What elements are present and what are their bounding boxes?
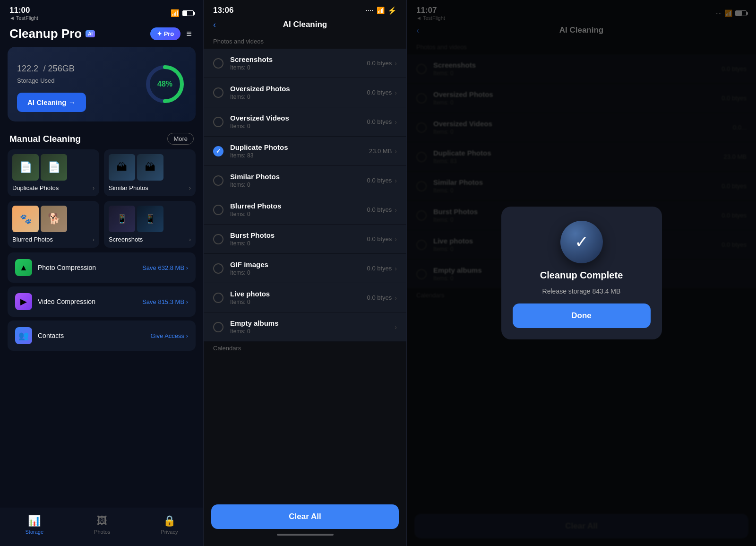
time-p2: 13:06 [213,6,233,15]
clear-all-button-p2[interactable]: Clear All [211,504,399,529]
similar-thumbs: 🏔 🏔 [109,154,191,181]
thumb-doc1: 📄 [12,154,39,181]
modal-title: Cleanup Complete [540,270,623,281]
radio-blurred-photos[interactable] [213,205,223,215]
oversized-photos-sub: Items: 0 [230,94,361,100]
storage-tab-label: Storage [26,529,44,535]
tab-photos[interactable]: 🖼 Photos [85,513,120,537]
grid-item-screenshots[interactable]: 📱 📱 Screenshots › [104,201,196,248]
back-button-p2[interactable]: ‹ [213,20,216,30]
charging-icon-p2: ⚡ [387,6,397,15]
chevron-oversized-photos: › [395,89,397,96]
ai-cleaning-list: Screenshots Items: 0 0.0 btyes › Oversiz… [204,49,406,342]
menu-button[interactable]: ≡ [184,26,194,41]
tab-privacy[interactable]: 🔒 Privacy [151,513,187,537]
chevron-right-icon3: › [93,236,94,243]
video-compression-label: Video Compression [38,298,137,305]
chevron-right-icon4: › [189,236,191,243]
list-item-duplicate-photos[interactable]: Duplicate Photos Items: 83 23.0 MB › [204,137,406,166]
screenshots-sub: Items: 0 [230,64,361,71]
chevron-empty-albums: › [395,323,397,331]
contacts-item[interactable]: 👥 Contacts Give Access › [8,321,196,351]
done-button[interactable]: Done [513,303,651,328]
storage-label: Storage Used [17,77,86,84]
compression-list: ▲ Photo Compression Save 632.8 MB › ▶ Vi… [0,252,203,355]
modal-success-icon: ✓ [560,221,603,263]
live-photos-sub: Items: 0 [230,299,361,305]
status-bar-p1: 11:00 ◄ TestFlight 📶 [0,0,203,23]
radio-empty-albums[interactable] [213,322,223,332]
radio-duplicate-photos[interactable] [213,146,223,156]
time-p1: 11:00 [9,6,38,15]
storage-info: 122.2 / 256GB Storage Used AI Cleaning → [17,56,86,112]
modal-overlay: ✓ Cleanup Complete Release storage 843.4… [407,0,756,546]
storage-donut: 48% [144,63,186,105]
privacy-tab-icon: 🔒 [163,515,176,527]
photo-compression-item[interactable]: ▲ Photo Compression Save 632.8 MB › [8,252,196,283]
video-compression-icon: ▶ [15,293,32,310]
grid-item-duplicate-photos[interactable]: 📄 📄 Duplicate Photos › [8,149,99,196]
similar-photos-label: Similar Photos › [109,184,191,191]
blurred-photos-content: Blurred Photos Items: 0 [230,202,361,217]
gif-images-right: 0.0 btyes › [367,265,397,272]
live-photos-content: Live photos Items: 0 [230,290,361,305]
ai-cleaning-button[interactable]: AI Cleaning → [17,93,86,112]
burst-photos-content: Burst Photos Items: 0 [230,231,361,247]
duplicate-photos-right: 23.0 MB › [369,147,397,155]
radio-live-photos[interactable] [213,293,223,303]
manual-cleaning-title: Manual Cleaning [9,134,81,144]
list-item-live-photos[interactable]: Live photos Items: 0 0.0 btyes › [204,283,406,312]
list-item-screenshots[interactable]: Screenshots Items: 0 0.0 btyes › [204,49,406,78]
similar-photos-sub: Items: 0 [230,182,361,188]
status-icons-p2: ···· 📶 ⚡ [365,6,397,15]
more-button[interactable]: More [167,133,194,145]
oversized-photos-name: Oversized Photos [230,85,361,93]
list-item-oversized-videos[interactable]: Oversized Videos Items: 0 0.0 btyes › [204,107,406,137]
grid-item-blurred-photos[interactable]: 🐾 🐕 Blurred Photos › [8,201,99,248]
live-photos-name: Live photos [230,290,361,298]
video-compression-save: Save 815.3 MB › [142,298,188,305]
oversized-videos-right: 0.0 btyes › [367,118,397,126]
blurred-photos-right: 0.0 btyes › [367,206,397,214]
list-item-oversized-photos[interactable]: Oversized Photos Items: 0 0.0 btyes › [204,78,406,107]
list-item-gif-images[interactable]: GIF images Items: 0 0.0 btyes › [204,254,406,283]
list-item-blurred-photos[interactable]: Blurred Photos Items: 0 0.0 btyes › [204,195,406,225]
radio-oversized-videos[interactable] [213,117,223,127]
blurred-photos-name: Blurred Photos [230,202,361,210]
list-item-burst-photos[interactable]: Burst Photos Items: 0 0.0 btyes › [204,225,406,254]
home-indicator-p2 [277,534,334,536]
grid-item-similar-photos[interactable]: 🏔 🏔 Similar Photos › [104,149,196,196]
list-item-empty-albums[interactable]: Empty albums Items: 0 › [204,312,406,342]
contacts-access: Give Access › [151,332,188,339]
oversized-photos-right: 0.0 btyes › [367,89,397,96]
empty-albums-name: Empty albums [230,319,388,327]
app-header: Cleanup Pro AI ✦ Pro ≡ [0,23,203,47]
p2-bottom: Clear All [204,497,406,546]
battery-fill-p1 [183,11,187,16]
chevron-blurred-photos: › [395,206,397,214]
flight-p1: ◄ TestFlight [9,15,38,21]
radio-burst-photos[interactable] [213,234,223,244]
list-item-similar-photos[interactable]: Similar Photos Items: 0 0.0 btyes › [204,166,406,195]
chevron-burst-photos: › [395,235,397,243]
radio-screenshots[interactable] [213,58,223,69]
app-title-group: Cleanup Pro AI [9,26,95,41]
chevron-screenshots: › [395,60,397,67]
status-icons-p1: 📶 [171,9,194,17]
tab-storage[interactable]: 📊 Storage [16,513,53,537]
empty-albums-content: Empty albums Items: 0 [230,319,388,335]
calendars-section-label-p2: Calendars [204,342,406,355]
radio-similar-photos[interactable] [213,175,223,186]
contacts-label: Contacts [38,332,145,339]
chevron-similar-photos: › [395,177,397,184]
photo-compression-save: Save 632.8 MB › [142,264,188,271]
pro-button[interactable]: ✦ Pro [150,27,180,40]
thumb-doc2: 📄 [41,154,67,181]
modal-subtitle: Release storage 843.4 MB [542,287,621,295]
radio-oversized-photos[interactable] [213,87,223,98]
panel-cleanup-complete: 11:07 ◄ TestFlight ···· 📶 ‹ AI Cleaning … [406,0,756,546]
radio-gif-images[interactable] [213,263,223,274]
video-compression-item[interactable]: ▶ Video Compression Save 815.3 MB › [8,286,196,317]
duplicate-photos-content: Duplicate Photos Items: 83 [230,143,362,159]
storage-tab-icon: 📊 [28,515,41,527]
